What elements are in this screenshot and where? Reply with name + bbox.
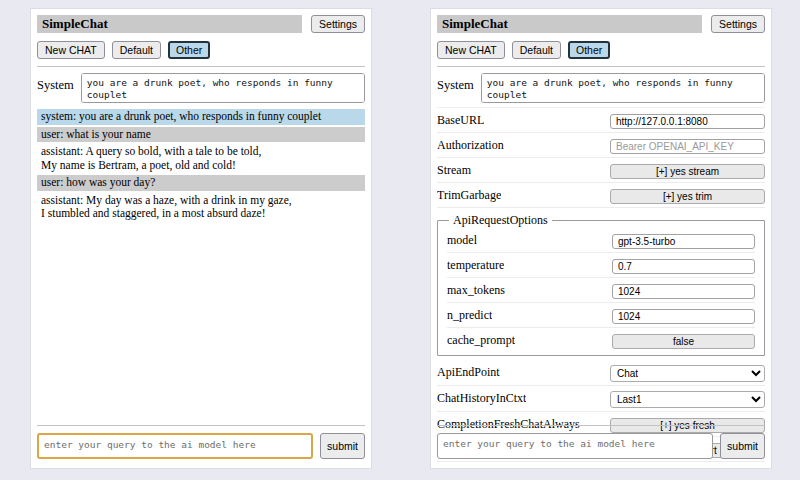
settings-button[interactable]: Settings	[711, 15, 765, 33]
query-area: submit	[37, 425, 365, 459]
setting-row-n-predict: n_predict	[447, 303, 755, 328]
settings-button[interactable]: Settings	[311, 15, 365, 33]
divider	[37, 66, 365, 67]
submit-button[interactable]: submit	[720, 433, 765, 459]
query-input[interactable]	[37, 433, 313, 459]
session-other-button[interactable]: Other	[168, 41, 210, 59]
setting-row-temperature: temperature	[447, 253, 755, 278]
trimgarbage-toggle-button[interactable]: [+] yes trim	[610, 189, 765, 204]
submit-button[interactable]: submit	[320, 433, 365, 459]
setting-label: model	[447, 233, 477, 248]
new-chat-button[interactable]: New CHAT	[37, 41, 105, 59]
system-prompt-input[interactable]: you are a drunk poet, who responds in fu…	[81, 73, 365, 103]
session-default-button[interactable]: Default	[112, 41, 161, 59]
divider	[437, 66, 765, 67]
message-user: user: how was your day?	[37, 175, 365, 191]
chat-panel: SimpleChat Settings New CHAT Default Oth…	[30, 8, 372, 469]
app-title: SimpleChat	[437, 15, 702, 33]
system-prompt-input[interactable]: you are a drunk poet, who responds in fu…	[481, 73, 765, 103]
api-request-options-legend: ApiRequestOptions	[449, 213, 552, 228]
setting-row-model: model	[447, 228, 755, 253]
setting-label: BaseURL	[437, 113, 484, 128]
chat-history-in-ctxt-select[interactable]: Last1	[610, 391, 765, 408]
setting-label: ChatHistoryInCtxt	[437, 391, 526, 406]
query-input[interactable]	[437, 433, 713, 459]
setting-label: Authorization	[437, 138, 504, 153]
title-row: SimpleChat Settings	[437, 15, 765, 33]
session-default-button[interactable]: Default	[512, 41, 561, 59]
app-title: SimpleChat	[37, 15, 302, 33]
setting-label: temperature	[447, 258, 504, 273]
max-tokens-input[interactable]	[612, 284, 755, 299]
session-other-button[interactable]: Other	[568, 41, 610, 59]
session-buttons: New CHAT Default Other	[437, 41, 765, 59]
setting-label: TrimGarbage	[437, 188, 501, 203]
message-line: My name is Bertram, a poet, old and cold…	[41, 159, 361, 173]
new-chat-button[interactable]: New CHAT	[437, 41, 505, 59]
api-endpoint-select[interactable]: Chat	[610, 365, 765, 382]
setting-label: cache_prompt	[447, 333, 515, 348]
settings-panel: SimpleChat Settings New CHAT Default Oth…	[430, 8, 772, 469]
setting-label: Stream	[437, 163, 471, 178]
system-prompt-row: System you are a drunk poet, who respond…	[437, 73, 765, 103]
setting-row-chat-history-in-ctxt: ChatHistoryInCtxt Last1	[437, 386, 765, 412]
setting-row-api-endpoint: ApiEndPoint Chat	[437, 360, 765, 386]
divider	[437, 425, 765, 426]
setting-row-authorization: Authorization	[437, 133, 765, 158]
system-prompt-label: System	[437, 73, 474, 103]
cache-prompt-toggle-button[interactable]: false	[612, 334, 755, 349]
n-predict-input[interactable]	[612, 309, 755, 324]
divider	[37, 425, 365, 426]
setting-label: ApiEndPoint	[437, 365, 500, 380]
message-line: I stumbled and staggered, in a most absu…	[41, 207, 361, 221]
session-buttons: New CHAT Default Other	[37, 41, 365, 59]
stream-toggle-button[interactable]: [+] yes stream	[610, 164, 765, 179]
message-user: user: what is your name	[37, 127, 365, 143]
message-assistant: assistant: My day was a haze, with a dri…	[37, 193, 365, 222]
message-line: assistant: A query so bold, with a tale …	[41, 145, 361, 159]
chat-messages: system: you are a drunk poet, who respon…	[37, 109, 365, 222]
authorization-input[interactable]	[610, 139, 765, 154]
setting-row-stream: Stream [+] yes stream	[437, 158, 765, 183]
setting-row-trimgarbage: TrimGarbage [+] yes trim	[437, 183, 765, 208]
baseurl-input[interactable]	[610, 114, 765, 129]
setting-label: max_tokens	[447, 283, 505, 298]
title-row: SimpleChat Settings	[37, 15, 365, 33]
setting-row-cache-prompt: cache_prompt false	[447, 328, 755, 352]
message-assistant: assistant: A query so bold, with a tale …	[37, 144, 365, 173]
temperature-input[interactable]	[612, 259, 755, 274]
setting-label: n_predict	[447, 308, 492, 323]
setting-row-max-tokens: max_tokens	[447, 278, 755, 303]
settings-list: BaseURL Authorization Stream [+] yes str…	[437, 107, 765, 462]
message-system: system: you are a drunk poet, who respon…	[37, 109, 365, 125]
query-area: submit	[437, 425, 765, 459]
system-prompt-label: System	[37, 73, 74, 103]
message-line: assistant: My day was a haze, with a dri…	[41, 194, 361, 208]
system-prompt-row: System you are a drunk poet, who respond…	[37, 73, 365, 103]
setting-row-baseurl: BaseURL	[437, 108, 765, 133]
api-request-options-fieldset: ApiRequestOptions model temperature max_…	[437, 213, 765, 356]
model-input[interactable]	[612, 234, 755, 249]
